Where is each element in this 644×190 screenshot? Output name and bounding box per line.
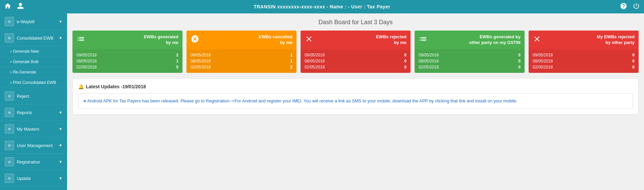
- sidebar-item-re-generate[interactable]: Re-Generate: [0, 67, 67, 78]
- sidebar-item-reject[interactable]: ≡ Reject: [0, 88, 67, 104]
- sidebar: ≡ e-Waybill ▼ ≡ Consolidated EWB ▼ Gener…: [0, 13, 67, 190]
- card-header: EWBs rejectedby me: [301, 31, 411, 49]
- table-row: 09/05/20181: [191, 52, 292, 58]
- content-area: Dash Board for Last 3 Days EWBs generate…: [67, 13, 644, 190]
- chevron-down-icon: ▼: [59, 127, 62, 131]
- card-title: My EWBs rejectedby other party: [545, 34, 635, 46]
- table-row: 09/05/20180: [419, 52, 521, 58]
- sidebar-item-label: User Management: [17, 143, 53, 148]
- user-mgmt-icon: ≡: [5, 141, 14, 150]
- reports-icon: ≡: [5, 108, 14, 117]
- table-row: 08/05/20180: [305, 58, 407, 64]
- sidebar-item-generate-bulk[interactable]: Generate Bulk: [0, 57, 67, 67]
- table-row: 02/05/20180: [305, 64, 407, 70]
- card-title: EWBs cancelledby me: [203, 34, 292, 46]
- table-row: 02/05/20180: [419, 64, 521, 70]
- card-header: EWBs cancelledby me: [186, 31, 297, 49]
- sidebar-item-label: Consolidated EWB: [17, 36, 53, 41]
- list-icon: [419, 35, 427, 45]
- sidebar-item-ewaybill[interactable]: ≡ e-Waybill ▼: [0, 13, 67, 30]
- card-body: 09/05/20181 08/05/20181 02/05/20182: [186, 49, 297, 73]
- card-generated-other-party: EWBs generated byother party on my GSTIN…: [415, 31, 525, 73]
- card-rejected-by-other: My EWBs rejectedby other party 09/05/201…: [529, 31, 639, 73]
- sidebar-item-grievance[interactable]: ≡ Grievance ▼: [0, 187, 67, 190]
- chevron-down-icon: ▼: [59, 160, 62, 164]
- consolidated-ewb-icon: ≡: [5, 33, 14, 43]
- card-title: EWBs generatedby me: [89, 34, 178, 46]
- sidebar-item-update[interactable]: ≡ Update ▼: [0, 170, 67, 187]
- ewaybill-icon: ≡: [5, 17, 14, 26]
- home-icon[interactable]: [4, 2, 11, 11]
- table-row: 09/05/20182: [76, 52, 178, 58]
- table-row: 02/05/20185: [76, 64, 178, 70]
- chevron-down-icon: ▼: [59, 176, 62, 180]
- table-row: 08/05/20180: [419, 58, 521, 64]
- card-generated-by-me: EWBs generatedby me 09/05/20182 08/05/20…: [72, 31, 182, 73]
- card-header: EWBs generated byother party on my GSTIN: [415, 31, 525, 49]
- sidebar-item-label: Registration: [17, 159, 40, 164]
- cancel-icon: [191, 35, 199, 45]
- list-icon: [76, 35, 85, 45]
- chevron-down-icon: ▼: [59, 110, 62, 114]
- sidebar-item-label: My Masters: [17, 127, 39, 132]
- my-masters-icon: ≡: [5, 124, 14, 134]
- sidebar-item-print-consolidated[interactable]: Print Consolidated EWB: [0, 78, 67, 88]
- updates-box: 🔔 Latest Updates -19/01/2018 Android APK…: [72, 78, 639, 114]
- cards-row: EWBs generatedby me 09/05/20182 08/05/20…: [72, 31, 639, 73]
- update-icon: ≡: [5, 174, 14, 183]
- card-cancelled-by-me: EWBs cancelledby me 09/05/20181 08/05/20…: [186, 31, 297, 73]
- close-icon: [305, 35, 313, 45]
- user-icon[interactable]: [17, 2, 24, 11]
- chevron-down-icon: ▼: [59, 19, 62, 23]
- chevron-down-icon: ▼: [59, 143, 62, 147]
- reject-icon: ≡: [5, 91, 14, 101]
- sidebar-item-reports[interactable]: ≡ Reports ▼: [0, 104, 67, 121]
- card-body: 09/05/20180 08/05/20180 02/05/20180: [301, 49, 411, 73]
- help-icon[interactable]: [620, 2, 627, 11]
- card-body: 09/05/20182 08/05/20181 02/05/20185: [72, 49, 182, 73]
- sidebar-item-label: Update: [17, 176, 31, 181]
- table-row: 02/05/20180: [533, 64, 635, 70]
- sidebar-item-my-masters[interactable]: ≡ My Masters ▼: [0, 121, 67, 137]
- chevron-down-icon: ▼: [59, 36, 62, 40]
- sidebar-item-label: Reports: [17, 110, 32, 115]
- table-row: 08/05/20181: [191, 58, 292, 64]
- updates-message: Android APK for Tax Payers has been rele…: [78, 93, 633, 109]
- sidebar-item-user-management[interactable]: ≡ User Management ▼: [0, 137, 67, 154]
- card-rejected-by-me: EWBs rejectedby me 09/05/20180 08/05/201…: [301, 31, 411, 73]
- topbar: TRANSIN xxxxxxxx-xxxx-xxxx - Name : - Us…: [0, 0, 644, 13]
- sidebar-item-registration[interactable]: ≡ Registration ▼: [0, 154, 67, 170]
- card-title: EWBs rejectedby me: [317, 34, 407, 46]
- topbar-right: [620, 2, 640, 11]
- sidebar-item-label: e-Waybill: [17, 19, 35, 24]
- topbar-left: [4, 2, 24, 11]
- bell-icon: 🔔: [78, 84, 84, 89]
- table-row: 08/05/20180: [533, 58, 635, 64]
- sidebar-item-label: Reject: [17, 94, 29, 99]
- card-body: 09/05/20180 08/05/20180 02/05/20180: [529, 49, 639, 73]
- main-layout: ≡ e-Waybill ▼ ≡ Consolidated EWB ▼ Gener…: [0, 13, 644, 190]
- power-icon[interactable]: [633, 2, 640, 11]
- card-title: EWBs generated byother party on my GSTIN: [431, 34, 521, 46]
- updates-title: 🔔 Latest Updates -19/01/2018: [78, 84, 633, 89]
- sidebar-item-generate-new[interactable]: Generate New: [0, 46, 67, 57]
- card-body: 09/05/20180 08/05/20180 02/05/20180: [415, 49, 525, 73]
- card-header: EWBs generatedby me: [72, 31, 182, 49]
- card-header: My EWBs rejectedby other party: [529, 31, 639, 49]
- table-row: 09/05/20180: [533, 52, 635, 58]
- table-row: 08/05/20181: [76, 58, 178, 64]
- table-row: 09/05/20180: [305, 52, 407, 58]
- close-icon: [533, 35, 541, 45]
- registration-icon: ≡: [5, 157, 14, 167]
- topbar-title: TRANSIN xxxxxxxx-xxxx-xxxx - Name : - Us…: [254, 4, 390, 9]
- dashboard-title: Dash Board for Last 3 Days: [72, 19, 639, 26]
- table-row: 02/05/20182: [191, 64, 292, 70]
- sidebar-item-consolidated-ewb[interactable]: ≡ Consolidated EWB ▼: [0, 30, 67, 46]
